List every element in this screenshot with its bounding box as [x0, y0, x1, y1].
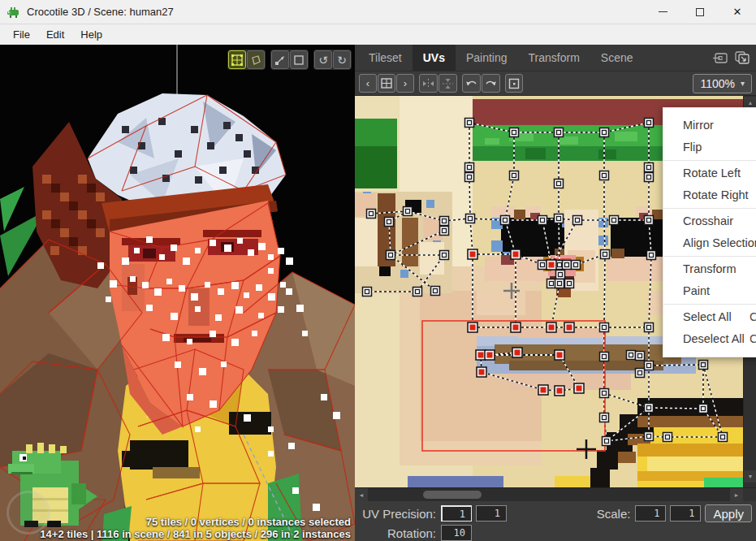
- prism-icon: [250, 54, 261, 66]
- close-icon: ✕: [733, 6, 742, 17]
- rotation-label: Rotation:: [355, 526, 441, 540]
- tile-page-icon: [381, 78, 392, 89]
- viewport-status: 75 tiles / 0 vertices / 0 instances sele…: [40, 516, 351, 540]
- menu-select-all-shortcut: Ctrl+A: [750, 306, 756, 328]
- uv-precision-y-input[interactable]: [476, 505, 507, 522]
- uv-rotate-right-icon: [485, 78, 497, 89]
- dock-panel-icon: [712, 51, 728, 64]
- tab-scene[interactable]: Scene: [590, 45, 644, 71]
- uv-precision-x-input[interactable]: [441, 505, 472, 522]
- rect-select-button[interactable]: [290, 50, 308, 69]
- scale-x-input[interactable]: [635, 505, 666, 522]
- maximize-button[interactable]: [681, 0, 719, 24]
- swap-panel-button[interactable]: [733, 50, 751, 66]
- scroll-left-button[interactable]: ◄: [355, 488, 368, 501]
- hscroll-thumb[interactable]: [423, 491, 482, 499]
- panel-tabs: Tileset UVs Painting Transform Scene: [355, 45, 756, 71]
- scroll-down-button[interactable]: ▼: [744, 470, 756, 483]
- mirror-vertical-icon: [442, 78, 454, 89]
- menubar: File Edit Help: [0, 24, 756, 45]
- tab-uvs[interactable]: UVs: [413, 45, 456, 71]
- next-tile-button[interactable]: ›: [396, 74, 414, 93]
- zoom-value: 1100%: [700, 77, 735, 90]
- window-title: Crocotile 3D / Scene: human27: [27, 6, 174, 18]
- rotation-input[interactable]: [441, 525, 472, 541]
- chevron-down-icon: ▾: [741, 79, 745, 88]
- scale-label: Scale:: [597, 507, 636, 521]
- crocotile-logo-icon: [6, 5, 21, 19]
- center-view-button[interactable]: [505, 74, 523, 93]
- menu-separator: [663, 256, 756, 257]
- scroll-right-button[interactable]: ►: [730, 488, 743, 501]
- rotate-cw-icon: ↻: [337, 54, 347, 67]
- selection-status: 75 tiles / 0 vertices / 0 instances sele…: [40, 516, 351, 528]
- uv-rotate-left-button[interactable]: [462, 74, 481, 93]
- uv-bottom-bar: UV Precision: Rotation: Scale: Apply: [355, 501, 756, 541]
- menu-deselect-all[interactable]: Deselect AllCtrl+D: [663, 328, 756, 350]
- uv-rotate-left-icon: [465, 78, 477, 89]
- scale-y-input[interactable]: [670, 505, 701, 522]
- uv-context-menu: Mirror Flip Rotate Left Rotate Right Cro…: [663, 107, 756, 357]
- tab-transform[interactable]: Transform: [518, 45, 590, 71]
- prism-button[interactable]: [247, 50, 265, 69]
- titlebar: Crocotile 3D / Scene: human27 ✕: [0, 0, 756, 24]
- uv-precision-label: UV Precision:: [355, 507, 441, 521]
- menu-crosshair[interactable]: Crosshair: [663, 210, 756, 232]
- minimize-icon: [659, 11, 667, 12]
- rotate-ccw-icon: ↺: [318, 54, 328, 67]
- menu-separator: [663, 304, 756, 305]
- menu-paint[interactable]: Paint: [663, 280, 756, 302]
- move-vertex-button[interactable]: [271, 50, 289, 69]
- menu-rotate-right[interactable]: Rotate Right: [663, 184, 756, 206]
- menu-deselect-all-shortcut: Ctrl+D: [750, 328, 756, 350]
- tab-tileset[interactable]: Tileset: [358, 45, 413, 71]
- rotate-cw-button[interactable]: ↻: [333, 50, 351, 69]
- minimize-button[interactable]: [644, 0, 681, 24]
- apply-button[interactable]: Apply: [705, 504, 752, 522]
- mirror-horizontal-button[interactable]: [419, 74, 438, 93]
- uv-toolbar: ‹ ›: [355, 71, 756, 96]
- rect-select-icon: [293, 54, 305, 66]
- menu-mirror[interactable]: Mirror: [663, 115, 756, 136]
- close-button[interactable]: ✕: [719, 0, 756, 24]
- prev-tile-button[interactable]: ‹: [359, 74, 377, 93]
- mirror-vertical-button[interactable]: [438, 74, 457, 93]
- menu-select-all[interactable]: Select AllCtrl+A: [663, 306, 756, 328]
- swap-panel-icon: [734, 50, 750, 65]
- uv-rotate-right-button[interactable]: [482, 74, 500, 93]
- menu-align-selection[interactable]: Align Selection: [663, 232, 756, 254]
- tile-page-button[interactable]: [378, 74, 395, 93]
- scene-stats: 14+2 tiles | 1116 in scene / 841 in 5 ob…: [40, 528, 351, 540]
- mirror-horizontal-icon: [422, 78, 434, 89]
- tile-grid-icon: [231, 54, 243, 66]
- menu-rotate-left[interactable]: Rotate Left: [663, 162, 756, 184]
- scrollbar-corner: [743, 488, 756, 501]
- menu-separator: [663, 208, 756, 209]
- menu-separator: [663, 160, 756, 161]
- menu-help[interactable]: Help: [72, 24, 110, 45]
- center-view-icon: [508, 78, 520, 89]
- 3d-scene-render: [0, 45, 355, 541]
- rotate-ccw-button[interactable]: ↺: [314, 50, 332, 69]
- 3d-viewport[interactable]: ↺ ↻ 75 tiles / 0 vertices / 0 instances …: [0, 45, 355, 541]
- menu-file[interactable]: File: [5, 24, 38, 45]
- zoom-dropdown[interactable]: 1100% ▾: [693, 74, 752, 93]
- menu-edit[interactable]: Edit: [38, 24, 72, 45]
- tab-painting[interactable]: Painting: [456, 45, 518, 71]
- maximize-icon: [696, 8, 704, 16]
- viewport-toolbar: ↺ ↻: [227, 50, 352, 70]
- app-window: Crocotile 3D / Scene: human27 ✕ File Edi…: [0, 0, 756, 541]
- menu-transform[interactable]: Transform: [663, 258, 756, 280]
- dock-panel-button[interactable]: [711, 50, 729, 66]
- move-vertex-icon: [274, 54, 286, 66]
- menu-flip[interactable]: Flip: [663, 136, 756, 158]
- tile-grid-button[interactable]: [228, 50, 246, 69]
- horizontal-scrollbar[interactable]: ◄ ►: [355, 487, 756, 501]
